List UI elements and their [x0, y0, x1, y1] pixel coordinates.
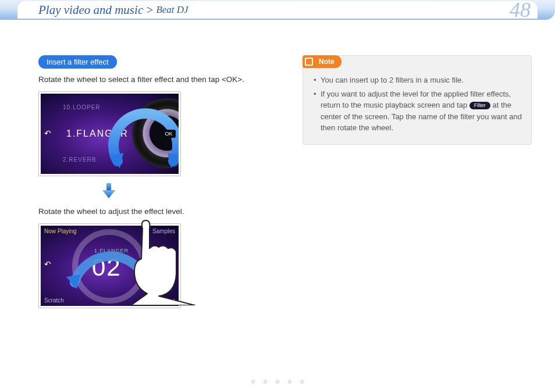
filter-option-next: 2.REVERB: [63, 156, 96, 163]
dot: [288, 380, 292, 384]
note-checkbox-icon: [303, 55, 315, 68]
header-inner: Play video and music > Beat DJ 48: [17, 1, 538, 19]
filter-option-prev: 10.LOOPER: [63, 104, 101, 111]
device-screen-1: 10.LOOPER 1.FLANGER 2.REVERB ↶ OK: [41, 94, 179, 174]
device-screenshot-1: 10.LOOPER 1.FLANGER 2.REVERB ↶ OK: [38, 91, 181, 176]
back-icon: ↶: [44, 129, 54, 138]
filter-pill-icon: Filter: [469, 102, 490, 109]
content-area: Insert a filter effect Rotate the wheel …: [38, 55, 532, 315]
breadcrumb-main: Play video and music: [38, 3, 143, 17]
svg-rect-2: [106, 183, 111, 190]
note-header: Note: [303, 55, 341, 68]
right-column: Note You can insert up to 2 filters in a…: [303, 55, 532, 315]
svg-marker-3: [102, 190, 115, 198]
device-screenshot-2: Now Playing Samples Scratch Filters ↶ 1.…: [38, 223, 181, 308]
down-arrow-icon: [102, 183, 268, 198]
page-number: 48: [510, 0, 531, 22]
note-item-2: If you want to adjust the level for the …: [312, 88, 522, 134]
note-item-1: You can insert up to 2 filters in a musi…: [312, 74, 522, 86]
ok-button: OK: [162, 130, 176, 138]
dot: [300, 380, 304, 384]
dot: [264, 380, 268, 384]
breadcrumb-sub: Beat DJ: [156, 4, 188, 16]
note-list: You can insert up to 2 filters in a musi…: [312, 74, 522, 134]
note-label: Note: [315, 55, 341, 68]
breadcrumb-separator: >: [145, 3, 154, 17]
section-subheading: Insert a filter effect: [38, 55, 117, 69]
dot: [251, 380, 255, 384]
note-box: Note You can insert up to 2 filters in a…: [303, 55, 532, 145]
hand-gesture-icon: [126, 218, 202, 308]
header-bar: Play video and music > Beat DJ 48: [0, 0, 555, 20]
left-column: Insert a filter effect Rotate the wheel …: [38, 55, 268, 315]
instruction-1: Rotate the wheel to select a filter effe…: [38, 74, 268, 85]
back-icon-2: ↶: [44, 259, 54, 269]
footer-pagination-dots: [251, 380, 304, 384]
instruction-2: Rotate the wheel to adjust the effect le…: [38, 206, 268, 218]
dot: [276, 380, 280, 384]
corner-scratch: Scratch: [44, 297, 64, 304]
